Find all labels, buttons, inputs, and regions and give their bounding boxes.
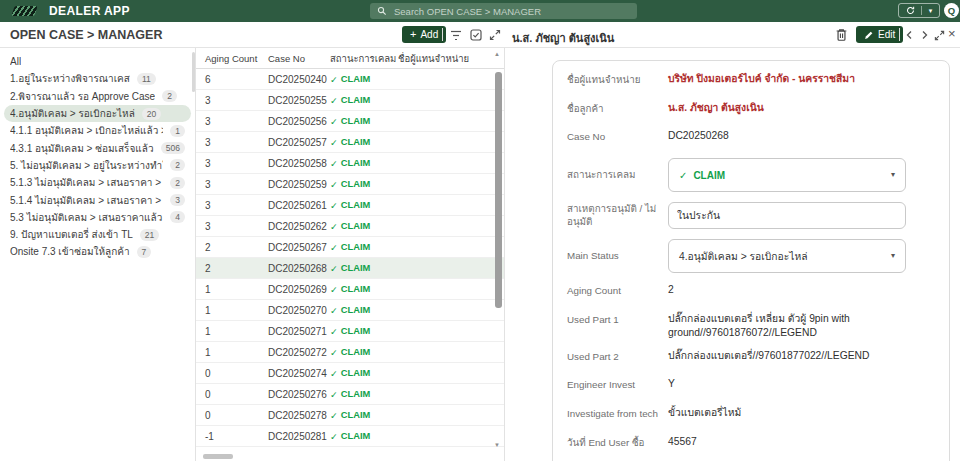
sidebar-filter-item[interactable]: 5.3 ไม่อนุมัติเคลม > เสนอราคาแล้ว > รออน… [4, 209, 191, 226]
delete-button[interactable] [835, 28, 848, 42]
close-detail-button[interactable]: × [948, 26, 956, 41]
column-header-dealer[interactable]: ชื่อผู้แทนจำหน่าย [398, 51, 490, 66]
check-icon: ✓ [330, 221, 338, 232]
claim-status-cell: ✓ CLAIM [330, 116, 398, 127]
table-row[interactable]: 1 DC20250272 ✓ CLAIM [196, 342, 504, 363]
aging-count-cell: 3 [205, 137, 268, 148]
table-row[interactable]: 3 DC20250255 ✓ CLAIM [196, 90, 504, 111]
check-icon: ✓ [330, 326, 338, 337]
pencil-icon [864, 30, 874, 40]
case-no-cell: DC20250257 [268, 137, 330, 148]
case-no-cell: DC20250258 [268, 158, 330, 169]
field-label: Main Status [567, 250, 668, 263]
claim-status-cell: ✓ CLAIM [330, 368, 398, 379]
scroll-up-icon[interactable]: ▲ [494, 51, 500, 57]
add-button-label: Add [420, 29, 438, 40]
claim-status-cell: ✓ CLAIM [330, 200, 398, 211]
expand-table-button[interactable] [489, 29, 501, 41]
sidebar-item-label: 4.3.1 อนุมัติเคลม > ซ่อมเสร็จแล้ว > รออะ… [10, 141, 154, 156]
table-row[interactable]: 3 DC20250257 ✓ CLAIM [196, 132, 504, 153]
column-header-status[interactable]: สถานะการเคลม [330, 51, 398, 66]
sidebar-filter-item[interactable]: 5.1.3 ไม่อนุมัติเคลม > เสนอราคา > OK > ป… [4, 174, 191, 191]
plus-icon: + [410, 29, 416, 40]
sidebar-filter-item[interactable]: 2.พิจารณาแล้ว รอ Approve Case 2 [4, 88, 191, 105]
table-header-row: Aging Count Case No สถานะการเคลม ชื่อผู้… [196, 48, 504, 69]
user-avatar[interactable]: Q [944, 3, 959, 18]
claim-status-label: CLAIM [341, 410, 370, 420]
claim-status-label: CLAIM [341, 137, 370, 147]
table-row[interactable]: 3 DC20250258 ✓ CLAIM [196, 153, 504, 174]
approval-reason-input[interactable] [668, 202, 906, 229]
case-no-cell: DC20250271 [268, 326, 330, 337]
sidebar-scrollbar[interactable] [192, 52, 195, 92]
claim-status-cell: ✓ CLAIM [330, 284, 398, 295]
table-row[interactable]: 2 DC20250267 ✓ CLAIM [196, 237, 504, 258]
claim-status-label: CLAIM [341, 368, 370, 378]
table-row[interactable]: -1 DC20250281 ✓ CLAIM [196, 426, 504, 447]
table-row[interactable]: 1 DC20250271 ✓ CLAIM [196, 321, 504, 342]
claim-status-label: CLAIM [341, 74, 370, 84]
table-vertical-scrollbar[interactable] [495, 72, 502, 308]
search-input[interactable] [392, 5, 630, 18]
table-row[interactable]: 1 DC20250270 ✓ CLAIM [196, 300, 504, 321]
table-row[interactable]: 0 DC20250276 ✓ CLAIM [196, 384, 504, 405]
claim-status-label: CLAIM [341, 263, 370, 273]
case-no-cell: DC20250261 [268, 200, 330, 211]
sidebar-filter-item[interactable]: 9. ปัญหาแบตเตอรี่ ส่งเข้า TL 21 [4, 226, 191, 243]
sync-button-group[interactable]: ▾ [898, 3, 940, 18]
column-header-aging[interactable]: Aging Count [205, 53, 268, 64]
sidebar-item-label: 4.อนุมัติเคลม > รอเบิกอะไหล่ [10, 106, 135, 121]
scroll-down-icon[interactable]: ▼ [494, 442, 500, 448]
claim-status-label: CLAIM [341, 242, 370, 252]
sidebar-filter-item[interactable]: Onsite 7.3 เข้าซ่อมให้ลูกค้า 7 [4, 243, 191, 260]
sidebar-item-label: 5.1.4 ไม่อนุมัติเคลม > เสนอราคา > OK > ว… [10, 193, 163, 208]
check-icon: ✓ [330, 242, 338, 253]
aging-count-cell: 3 [205, 200, 268, 211]
field-label: Engineer Invest [567, 377, 668, 392]
claim-status-dropdown[interactable]: ✓ CLAIM ▾ [668, 158, 906, 192]
claim-status-cell: ✓ CLAIM [330, 95, 398, 106]
aging-count-cell: 1 [205, 326, 268, 337]
chevron-left-icon [905, 30, 914, 40]
sidebar-filter-item[interactable]: 4.1.1 อนุมัติเคลม > เบิกอะไหล่แล้ว > รออ… [4, 122, 191, 139]
global-search[interactable] [370, 3, 637, 19]
table-row[interactable]: 3 DC20250261 ✓ CLAIM [196, 195, 504, 216]
check-icon: ✓ [330, 74, 338, 85]
table-horizontal-scrollbar[interactable] [203, 454, 233, 459]
filter-button[interactable] [450, 30, 462, 41]
next-record-button[interactable] [920, 30, 929, 40]
field-dealer-name: ชื่อผู้แทนจำหน่าย บริษัท ปิงมอเตอร์ไบค์ … [567, 72, 935, 87]
sidebar-filter-item[interactable]: All [4, 53, 191, 70]
sidebar-filter-item[interactable]: 4.อนุมัติเคลม > รอเบิกอะไหล่ 20 [4, 105, 191, 122]
edit-button[interactable]: Edit [856, 26, 903, 43]
table-row[interactable]: 3 DC20250259 ✓ CLAIM [196, 174, 504, 195]
trash-icon [835, 28, 848, 42]
add-button[interactable]: + Add [402, 26, 446, 43]
sidebar-item-label: 5.3 ไม่อนุมัติเคลม > เสนอราคาแล้ว > รออน… [10, 210, 163, 225]
sidebar-filter-item[interactable]: 4.3.1 อนุมัติเคลม > ซ่อมเสร็จแล้ว > รออะ… [4, 139, 191, 156]
chevron-down-icon[interactable]: ▾ [929, 7, 933, 14]
sidebar-filter-item[interactable]: 1.อยู่ในระหว่างพิจารณาเคส 11 [4, 70, 191, 87]
aging-count-cell: 0 [205, 389, 268, 400]
column-header-case-no[interactable]: Case No [268, 53, 330, 64]
sidebar-filter-item[interactable]: 5. ไม่อนุมัติเคลม > อยู่ในระหว่างทำใบเสน… [4, 157, 191, 174]
table-row[interactable]: 3 DC20250256 ✓ CLAIM [196, 111, 504, 132]
table-row[interactable]: 3 DC20250262 ✓ CLAIM [196, 216, 504, 237]
previous-record-button[interactable] [905, 30, 914, 40]
field-value: ปลั๊กกล่องแบตเตอรี่//97601877022//LEGEND [668, 349, 935, 364]
table-row[interactable]: 2 DC20250268 ✓ CLAIM [196, 258, 504, 279]
expand-detail-button[interactable] [934, 30, 945, 41]
table-row[interactable]: 0 DC20250278 ✓ CLAIM [196, 405, 504, 426]
main-status-dropdown[interactable]: 4.อนุมัติเคลม > รอเบิกอะไหล่ ▾ [668, 239, 906, 273]
refresh-icon[interactable] [906, 6, 915, 15]
expand-icon [489, 29, 501, 41]
claim-status-label: CLAIM [341, 200, 370, 210]
field-label: Investigate from tech [567, 406, 668, 421]
table-row[interactable]: 0 DC20250274 ✓ CLAIM [196, 363, 504, 384]
sidebar-filter-item[interactable]: 5.1.4 ไม่อนุมัติเคลม > เสนอราคา > OK > ว… [4, 191, 191, 208]
select-rows-button[interactable] [470, 29, 482, 41]
edit-button-label: Edit [878, 29, 895, 40]
table-row[interactable]: 1 DC20250269 ✓ CLAIM [196, 279, 504, 300]
case-no-cell: DC20250262 [268, 221, 330, 232]
table-row[interactable]: 6 DC20250240 ✓ CLAIM [196, 69, 504, 90]
